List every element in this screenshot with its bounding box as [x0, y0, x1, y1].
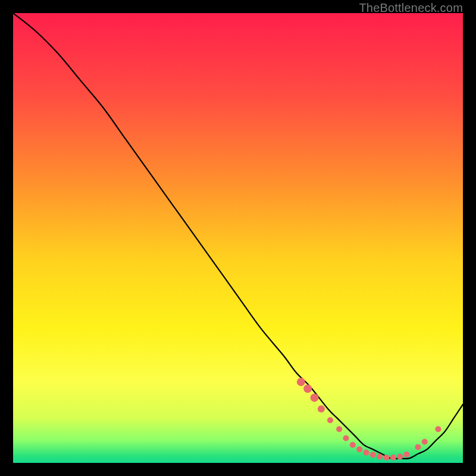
data-point: [397, 453, 403, 459]
data-point: [370, 452, 376, 458]
data-point: [297, 378, 305, 386]
data-point: [350, 442, 356, 448]
data-point: [422, 439, 428, 444]
data-point: [343, 435, 349, 441]
chart-plot: [13, 13, 463, 463]
data-point: [415, 444, 421, 450]
data-point: [303, 384, 312, 393]
chart-stage: TheBottleneck.com: [0, 0, 476, 476]
data-point: [383, 455, 389, 461]
data-point: [390, 455, 396, 461]
data-point: [311, 393, 319, 402]
data-point: [318, 405, 325, 412]
data-point: [404, 452, 410, 458]
data-point: [356, 446, 362, 452]
data-point: [327, 417, 333, 423]
data-point: [363, 450, 369, 456]
data-point: [336, 426, 342, 432]
data-point: [435, 426, 441, 432]
data-point: [377, 453, 383, 459]
